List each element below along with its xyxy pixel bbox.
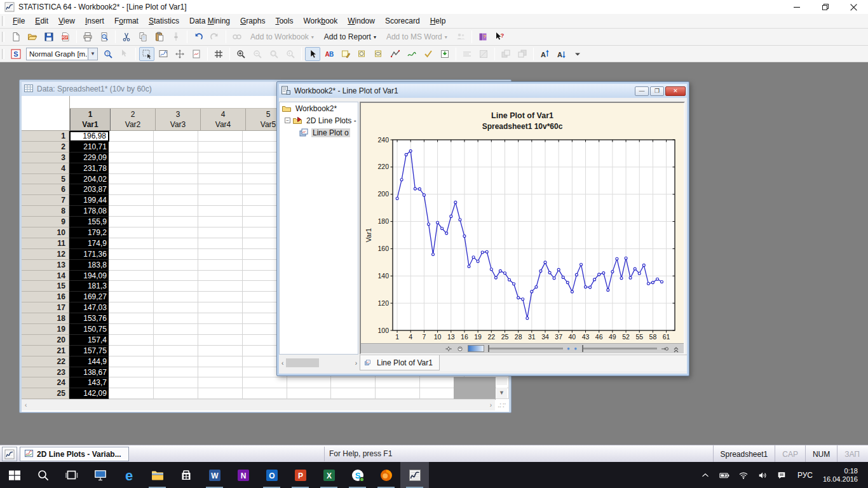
cell-empty[interactable]: [154, 271, 198, 281]
key-icon[interactable]: [661, 345, 668, 353]
cell-var1-row6[interactable]: 203,87: [69, 184, 109, 195]
cell-empty[interactable]: [198, 195, 243, 206]
taskbar-excel-button[interactable]: X: [315, 462, 343, 488]
cell-var1-row14[interactable]: 194,09: [69, 271, 109, 281]
pointer-button[interactable]: [305, 47, 320, 61]
graph-style-combo[interactable]: Normal Graph [m...▼: [26, 48, 98, 60]
menu-file[interactable]: File: [8, 15, 30, 27]
cell-empty[interactable]: [109, 238, 154, 249]
row-header[interactable]: 7: [22, 195, 69, 206]
cell-empty[interactable]: [287, 388, 332, 399]
row-header[interactable]: 23: [22, 367, 69, 378]
cell-empty[interactable]: [154, 324, 198, 335]
edit-graph-button[interactable]: [156, 47, 171, 61]
cell-empty[interactable]: [109, 335, 154, 346]
paste-button[interactable]: [152, 30, 167, 44]
group-add-button[interactable]: [453, 30, 468, 44]
taskbar-skype-button[interactable]: S: [343, 462, 372, 488]
cell-empty[interactable]: [198, 238, 243, 249]
menu-edit[interactable]: Edit: [30, 15, 53, 27]
cell-var1-row4[interactable]: 231,78: [69, 163, 109, 174]
taskbar-word-button[interactable]: W: [200, 462, 229, 488]
hand-icon[interactable]: [456, 345, 464, 353]
cell-empty[interactable]: [109, 367, 154, 378]
text-tool-button[interactable]: AB: [322, 47, 337, 61]
cell-empty[interactable]: [376, 388, 420, 399]
s-logo-button[interactable]: S: [8, 47, 24, 61]
row-header[interactable]: 3: [22, 152, 69, 163]
cell-empty[interactable]: [198, 313, 243, 324]
redo-button[interactable]: [207, 30, 222, 44]
row-header[interactable]: 21: [22, 346, 69, 356]
chevron-down-icon[interactable]: ▼: [88, 48, 97, 60]
close-button[interactable]: [839, 0, 868, 14]
taskbar-firefox-button[interactable]: [372, 462, 400, 488]
cell-empty[interactable]: [331, 388, 376, 399]
more-dropdown-button[interactable]: [570, 47, 585, 61]
cell-empty[interactable]: [287, 377, 332, 388]
cell-empty[interactable]: [154, 377, 198, 388]
cell-var1-row24[interactable]: 143,7: [69, 377, 109, 388]
send-back-button[interactable]: [515, 47, 530, 61]
pdf-button[interactable]: PDF: [58, 30, 73, 44]
cell-empty[interactable]: [109, 377, 154, 388]
menu-graphs[interactable]: Graphs: [235, 15, 270, 27]
taskbar-edge-button[interactable]: e: [114, 462, 143, 488]
cell-empty[interactable]: [109, 206, 154, 217]
cell-empty[interactable]: [198, 152, 243, 163]
statistica-tasktray-button[interactable]: [2, 447, 17, 461]
zoom-slider[interactable]: [488, 348, 563, 349]
cell-empty[interactable]: [154, 227, 198, 238]
volume-icon[interactable]: [754, 462, 771, 488]
cell-var1-row25[interactable]: 142,09: [69, 388, 109, 399]
open-button[interactable]: [25, 30, 40, 44]
cell-empty[interactable]: [154, 206, 198, 217]
row-header[interactable]: 15: [22, 281, 69, 292]
cell-empty[interactable]: [198, 131, 243, 142]
cell-empty[interactable]: [154, 195, 198, 206]
cell-empty[interactable]: [109, 195, 154, 206]
row-header[interactable]: 19: [22, 324, 69, 335]
undo-button[interactable]: [191, 30, 206, 44]
cell-var1-row5[interactable]: 204,02: [69, 174, 109, 185]
workbook-restore-button[interactable]: ❐: [650, 86, 664, 96]
taskbar-remote-app-button[interactable]: [86, 462, 114, 488]
cell-empty[interactable]: [109, 271, 154, 281]
taskbar-task-view-button[interactable]: [57, 462, 86, 488]
cell-empty[interactable]: [198, 206, 243, 217]
menu-format[interactable]: Format: [109, 15, 144, 27]
cell-var1-row13[interactable]: 183,8: [69, 260, 109, 271]
check-tool-button[interactable]: [421, 47, 436, 61]
scroll-left-icon[interactable]: ‹: [25, 402, 27, 409]
taskbar-outlook-button[interactable]: O: [257, 462, 286, 488]
shade-button[interactable]: [476, 47, 491, 61]
cell-empty[interactable]: [109, 152, 154, 163]
pan-icon[interactable]: [445, 345, 452, 353]
add-to-workbook-button[interactable]: Add to Workbook▾: [246, 30, 318, 43]
menu-view[interactable]: View: [53, 15, 80, 27]
whats-this-button[interactable]: ?: [492, 30, 507, 44]
cell-empty[interactable]: [109, 281, 154, 292]
menu-workbook[interactable]: Workbook: [298, 15, 342, 27]
row-header[interactable]: 16: [22, 292, 69, 302]
battery-icon[interactable]: [716, 462, 733, 488]
cell-empty[interactable]: [154, 174, 198, 185]
cell-var1-row22[interactable]: 144,9: [69, 356, 109, 367]
row-header[interactable]: 4: [22, 163, 69, 174]
row-header[interactable]: 17: [22, 302, 69, 313]
oval-tool-button[interactable]: [355, 47, 370, 61]
cell-empty[interactable]: [109, 324, 154, 335]
language-indicator[interactable]: РУС: [792, 471, 818, 480]
row-header[interactable]: 9: [22, 217, 69, 227]
embed-tool-button[interactable]: [437, 47, 452, 61]
cell-var1-row23[interactable]: 138,67: [69, 367, 109, 378]
cell-var1-row7[interactable]: 199,44: [69, 195, 109, 206]
cell-empty[interactable]: [154, 260, 198, 271]
scroll-left-icon[interactable]: ‹: [281, 360, 283, 367]
clock[interactable]: 0:18 16.04.2016: [820, 467, 864, 484]
note-tool-button[interactable]: [338, 47, 353, 61]
zoom-in-button[interactable]: [233, 47, 248, 61]
cell-empty[interactable]: [109, 346, 154, 356]
tree-collapse-icon[interactable]: −: [285, 118, 290, 123]
row-header[interactable]: 20: [22, 335, 69, 346]
